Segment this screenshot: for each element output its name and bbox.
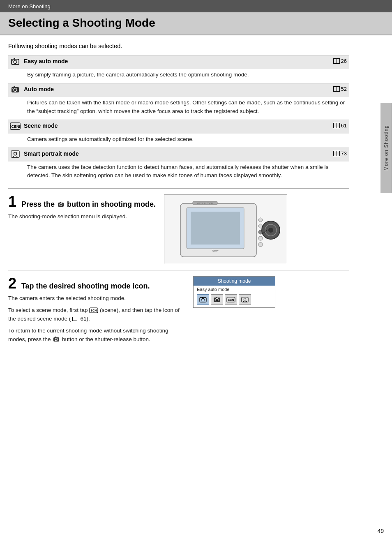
step-2-content: 2 Tap the desired shooting mode icon. Th… (8, 276, 185, 344)
svg-point-1 (14, 60, 17, 64)
smart-portrait-icon (11, 150, 20, 158)
step-1-title: Press the button in shooting mode. (21, 200, 156, 208)
table-row: Easy auto mode 26 (8, 55, 349, 69)
table-row: SCENE Scene mode 61 (8, 120, 349, 134)
intro-text: Following shooting modes can be selected… (8, 43, 349, 49)
svg-text:OPTICAL ZOOM: OPTICAL ZOOM (197, 202, 213, 205)
dialog-icons-row: SCN (194, 293, 275, 307)
step-2-desc-3: To return to the current shooting mode w… (8, 327, 185, 344)
svg-text:SCN: SCN (228, 298, 234, 301)
easy-auto-icon-cell (8, 55, 23, 69)
dialog-title-bar: Shooting mode (194, 277, 275, 286)
step-1-header: 1 Press the button in shooting mode. (8, 194, 156, 209)
book-icon-4 (333, 151, 340, 156)
svg-text:SCN: SCN (91, 309, 97, 312)
header-bar: More on Shooting (0, 0, 392, 12)
mode-name-easy-auto: Easy auto mode (23, 55, 325, 69)
mode-page-smart-portrait: 73 (325, 148, 349, 162)
step-2-number: 2 (8, 275, 16, 292)
camera-button-icon-step2 (53, 337, 60, 342)
svg-rect-6 (14, 86, 15, 88)
svg-point-36 (202, 298, 205, 301)
mode-name-auto: Auto mode (23, 83, 325, 97)
title-section: Selecting a Shooting Mode (0, 12, 392, 35)
book-icon-1 (333, 58, 340, 64)
book-icon-3 (333, 123, 340, 128)
svg-text:Nikon: Nikon (212, 249, 219, 252)
easy-auto-icon (11, 58, 20, 65)
svg-point-44 (244, 298, 246, 300)
page-number: 49 (377, 528, 384, 534)
camera-button-icon-step1 (58, 202, 64, 208)
dialog-subtitle: Easy auto mode (194, 286, 275, 293)
step-2-desc-2: To select a scene mode, first tap SCN (s… (8, 306, 185, 323)
header-text: More on Shooting (8, 3, 51, 9)
mode-page-auto: 52 (325, 83, 349, 97)
step-2-image: Shooting mode Easy auto mode (193, 276, 321, 308)
svg-rect-37 (202, 297, 203, 298)
svg-point-24 (258, 242, 263, 247)
dialog-icon-easy-auto[interactable] (197, 294, 209, 305)
step-2-desc-1: The camera enters the selected shooting … (8, 294, 185, 303)
auto-icon-cell (8, 83, 23, 97)
step-1-description: The shooting-mode selection menu is disp… (8, 212, 156, 221)
step-1: 1 Press the button in shooting mode. The… (8, 188, 349, 270)
mode-desc-smart-portrait: The camera uses the face detection funct… (8, 162, 349, 184)
page-title: Selecting a Shooting Mode (8, 16, 384, 30)
scene-icon: SCENE (10, 122, 21, 130)
smart-portrait-icon-cell (8, 148, 23, 162)
svg-rect-40 (216, 297, 217, 298)
svg-rect-2 (14, 58, 15, 60)
dialog-icon-scene[interactable]: SCN (225, 294, 237, 305)
book-icon-2 (333, 86, 340, 92)
svg-rect-17 (191, 212, 240, 245)
auto-icon (11, 86, 20, 93)
camera-illustration: OPTICAL ZOOM Nikon (164, 194, 287, 264)
book-icon-inline (72, 317, 77, 321)
steps-section: 1 Press the button in shooting mode. The… (8, 188, 349, 350)
camera-svg: OPTICAL ZOOM Nikon (168, 197, 283, 261)
step-2-header: 2 Tap the desired shooting mode icon. (8, 276, 185, 291)
svg-point-20 (258, 218, 263, 222)
mode-desc-auto: Pictures can be taken with the flash mod… (8, 97, 349, 120)
table-row: Auto mode 52 (8, 83, 349, 97)
svg-point-27 (268, 228, 273, 233)
step-1-content: 1 Press the button in shooting mode. The… (8, 194, 156, 221)
dialog-icon-smart-portrait[interactable] (239, 294, 251, 305)
dialog-icon-auto[interactable] (211, 294, 223, 305)
mode-name-scene: Scene mode (23, 120, 325, 134)
mode-page-easy-auto: 26 (325, 55, 349, 69)
shooting-mode-dialog: Shooting mode Easy auto mode (193, 276, 275, 308)
table-row: Smart portrait mode 73 (8, 148, 349, 162)
step-2-title: Tap the desired shooting mode icon. (21, 282, 150, 290)
step-2: 2 Tap the desired shooting mode icon. Th… (8, 270, 349, 350)
scene-inline-icon: SCN (89, 307, 98, 313)
mode-desc-scene: Camera settings are automatically optimi… (8, 134, 349, 148)
mode-page-scene: 61 (325, 120, 349, 134)
scene-icon-cell: SCENE (8, 120, 23, 134)
step-1-image: OPTICAL ZOOM Nikon (164, 194, 291, 264)
mode-table: Easy auto mode 26 By simply framing a pi… (8, 55, 349, 184)
svg-point-23 (258, 236, 263, 240)
svg-text:SCENE: SCENE (10, 125, 21, 129)
mode-name-smart-portrait: Smart portrait mode (23, 148, 325, 162)
mode-desc-easy-auto: By simply framing a picture, the camera … (8, 69, 349, 83)
svg-rect-14 (60, 202, 61, 203)
svg-rect-10 (11, 151, 19, 157)
svg-rect-34 (55, 337, 56, 338)
step-1-number: 1 (8, 193, 16, 210)
sidebar-tab: More on Shooting (380, 103, 392, 193)
dialog-title: Shooting mode (218, 278, 251, 284)
main-content: Following shooting modes can be selected… (0, 35, 357, 358)
